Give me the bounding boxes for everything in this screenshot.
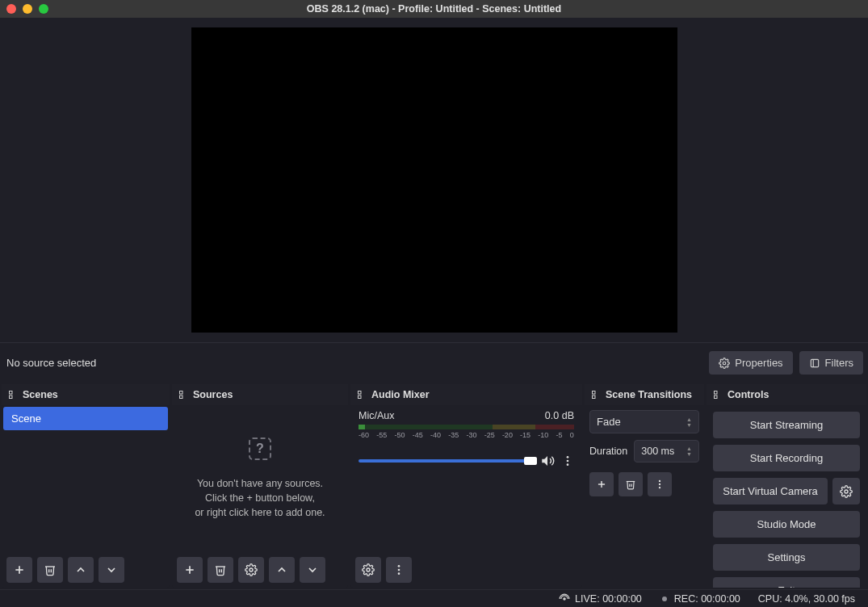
svg-point-24 — [398, 572, 400, 575]
mixer-channel-level: 0.0 dB — [545, 410, 574, 421]
svg-rect-4 — [10, 396, 13, 399]
controls-title: Controls — [728, 389, 769, 400]
broadcast-icon — [559, 593, 570, 605]
svg-rect-1 — [811, 359, 818, 366]
duration-label: Duration — [589, 446, 627, 457]
controls-header[interactable]: Controls — [707, 384, 866, 405]
speaker-icon[interactable] — [540, 454, 555, 468]
sources-empty-line1: You don't have any sources. — [195, 476, 325, 491]
svg-rect-34 — [715, 391, 718, 395]
start-recording-button[interactable]: Start Recording — [713, 445, 860, 471]
svg-point-18 — [567, 456, 569, 458]
dock-grip-icon — [8, 390, 18, 400]
svg-point-22 — [398, 565, 400, 567]
spinner-icon: ▲▼ — [686, 446, 692, 457]
source-up-button[interactable] — [269, 557, 295, 583]
dock-grip-icon — [178, 390, 188, 400]
window-maximize-button[interactable] — [39, 4, 48, 14]
duration-value: 300 ms — [641, 446, 674, 457]
transitions-header[interactable]: Scene Transitions — [585, 384, 704, 405]
sources-empty-line3: or right click here to add one. — [195, 505, 325, 520]
mixer-channel-name: Mic/Aux — [359, 410, 394, 421]
svg-point-20 — [567, 463, 569, 466]
scenes-header[interactable]: Scenes — [2, 384, 170, 405]
scene-up-button[interactable] — [68, 557, 94, 583]
svg-point-38 — [662, 597, 667, 601]
transition-more-button[interactable] — [648, 472, 672, 496]
exit-button[interactable]: Exit — [713, 577, 860, 588]
studio-mode-button[interactable]: Studio Mode — [713, 511, 860, 538]
controls-dock: Controls Start Streaming Start Recording… — [707, 384, 866, 588]
chevron-updown-icon: ▲▼ — [686, 417, 692, 428]
source-properties-button[interactable] — [238, 557, 264, 583]
mixer-header[interactable]: Audio Mixer — [350, 384, 582, 405]
filters-icon — [809, 358, 820, 369]
settings-button[interactable]: Settings — [713, 544, 860, 571]
svg-rect-16 — [359, 391, 362, 395]
audio-mixer-dock: Audio Mixer Mic/Aux 0.0 dB -60 -55 -50 -… — [350, 384, 582, 588]
scene-down-button[interactable] — [99, 557, 124, 583]
properties-label: Properties — [735, 357, 782, 369]
status-bar: LIVE: 00:00:00 REC: 00:00:00 CPU: 4.0%, … — [0, 589, 868, 607]
start-streaming-button[interactable]: Start Streaming — [713, 412, 860, 438]
window-close-button[interactable] — [6, 4, 16, 14]
svg-rect-10 — [180, 396, 183, 399]
volume-slider[interactable] — [359, 459, 534, 463]
add-transition-button[interactable] — [589, 472, 614, 496]
scenes-dock: Scenes Scene — [2, 384, 170, 588]
svg-rect-17 — [359, 396, 362, 399]
dock-grip-icon — [357, 390, 367, 400]
mixer-title: Audio Mixer — [371, 389, 430, 400]
transition-selected: Fade — [597, 416, 621, 428]
sources-empty-state[interactable]: ? You don't have any sources. Click the … — [172, 405, 348, 552]
remove-source-button[interactable] — [208, 557, 233, 583]
virtual-camera-settings-button[interactable] — [832, 478, 860, 504]
source-down-button[interactable] — [300, 557, 325, 583]
svg-point-31 — [659, 480, 660, 482]
sources-header[interactable]: Sources — [172, 384, 348, 405]
scenes-title: Scenes — [23, 389, 58, 400]
start-virtual-camera-button[interactable]: Start Virtual Camera — [713, 478, 828, 504]
svg-point-19 — [567, 460, 569, 463]
meter-ticks: -60 -55 -50 -45 -40 -35 -30 -25 -20 -15 … — [359, 431, 574, 439]
dock-grip-icon — [591, 390, 601, 400]
svg-point-36 — [845, 490, 848, 493]
record-icon — [660, 594, 669, 604]
dock-grip-icon — [713, 390, 723, 400]
cpu-status: CPU: 4.0%, 30.00 fps — [758, 593, 855, 605]
channel-more-icon[interactable] — [561, 454, 574, 467]
no-source-label: No source selected — [5, 357, 96, 369]
preview-canvas[interactable] — [191, 27, 677, 333]
svg-rect-25 — [593, 391, 596, 395]
remove-transition-button[interactable] — [619, 472, 643, 496]
filters-label: Filters — [825, 357, 853, 369]
svg-point-23 — [398, 569, 400, 571]
window-title: OBS 28.1.2 (mac) - Profile: Untitled - S… — [307, 3, 561, 15]
transitions-dock: Scene Transitions Fade ▲▼ Duration 300 m… — [585, 384, 704, 588]
mixer-advanced-button[interactable] — [355, 557, 381, 583]
rec-status: REC: 00:00:00 — [660, 593, 740, 605]
transition-select[interactable]: Fade ▲▼ — [589, 410, 699, 433]
properties-button[interactable]: Properties — [709, 351, 792, 375]
mixer-more-button[interactable] — [386, 557, 412, 583]
audio-meter — [359, 425, 574, 429]
titlebar: OBS 28.1.2 (mac) - Profile: Untitled - S… — [0, 0, 868, 18]
duration-input[interactable]: 300 ms ▲▼ — [634, 440, 699, 463]
svg-point-0 — [723, 362, 727, 365]
sources-title: Sources — [193, 389, 233, 400]
svg-rect-3 — [10, 391, 13, 395]
svg-rect-9 — [180, 391, 183, 395]
live-status: LIVE: 00:00:00 — [559, 593, 642, 605]
gear-icon — [719, 358, 730, 369]
window-minimize-button[interactable] — [23, 4, 32, 14]
filters-button[interactable]: Filters — [799, 351, 863, 375]
remove-scene-button[interactable] — [37, 557, 63, 583]
source-toolbar: No source selected Properties Filters — [0, 342, 868, 383]
sources-empty-line2: Click the + button below, — [195, 491, 325, 505]
svg-point-21 — [367, 568, 370, 571]
add-source-button[interactable] — [177, 557, 203, 583]
add-scene-button[interactable] — [6, 557, 32, 583]
svg-point-33 — [659, 487, 660, 488]
transitions-title: Scene Transitions — [606, 389, 692, 400]
scene-item[interactable]: Scene — [3, 407, 168, 430]
